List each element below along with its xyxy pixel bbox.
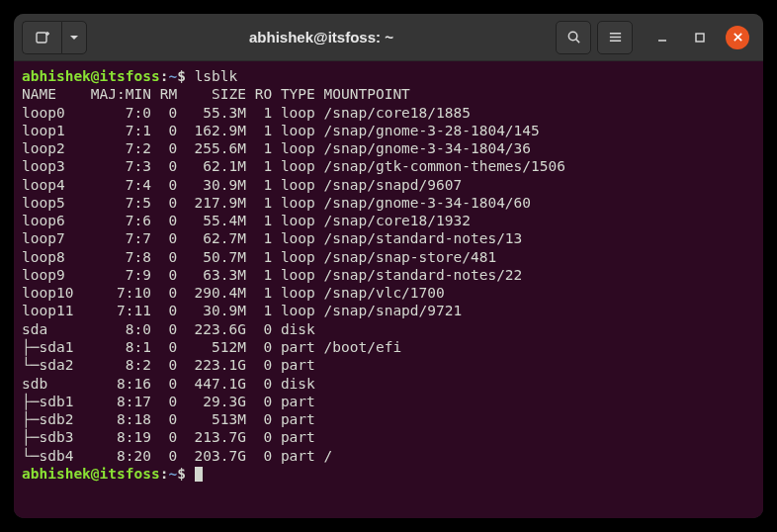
titlebar-left-controls	[22, 21, 87, 54]
menu-button[interactable]	[597, 21, 633, 54]
terminal-window: abhishek@itsfoss: ~	[14, 14, 763, 518]
search-icon	[566, 30, 581, 44]
titlebar-right-controls	[556, 21, 755, 54]
prompt-sigil-2: $	[177, 466, 186, 482]
maximize-icon	[694, 32, 706, 44]
new-tab-icon	[35, 30, 50, 45]
svg-point-3	[568, 32, 576, 40]
cursor	[195, 467, 203, 482]
new-tab-button[interactable]	[22, 21, 61, 54]
svg-rect-9	[696, 34, 704, 42]
command-output: NAME MAJ:MIN RM SIZE RO TYPE MOUNTPOINT …	[22, 86, 565, 463]
hamburger-icon	[608, 30, 623, 44]
prompt-path: ~	[168, 68, 177, 84]
command-text: lsblk	[195, 68, 238, 84]
prompt-sigil: $	[177, 68, 186, 84]
maximize-button[interactable]	[688, 26, 712, 49]
svg-line-4	[575, 40, 578, 43]
minimize-button[interactable]	[650, 26, 674, 49]
titlebar: abhishek@itsfoss: ~	[14, 14, 763, 61]
window-controls	[650, 26, 749, 49]
svg-rect-0	[37, 33, 46, 43]
prompt-path-2: ~	[168, 466, 177, 482]
search-button[interactable]	[556, 21, 591, 54]
new-tab-dropdown-button[interactable]	[61, 21, 87, 54]
minimize-icon	[656, 32, 668, 44]
prompt-userhost-2: abhishek@itsfoss	[22, 466, 160, 482]
close-icon	[733, 32, 743, 43]
prompt-userhost: abhishek@itsfoss	[22, 68, 160, 84]
close-button[interactable]	[726, 26, 749, 49]
chevron-down-icon	[69, 33, 79, 43]
terminal-body[interactable]: abhishek@itsfoss:~$ lsblk NAME MAJ:MIN R…	[14, 61, 763, 518]
window-title: abhishek@itsfoss: ~	[91, 29, 552, 45]
